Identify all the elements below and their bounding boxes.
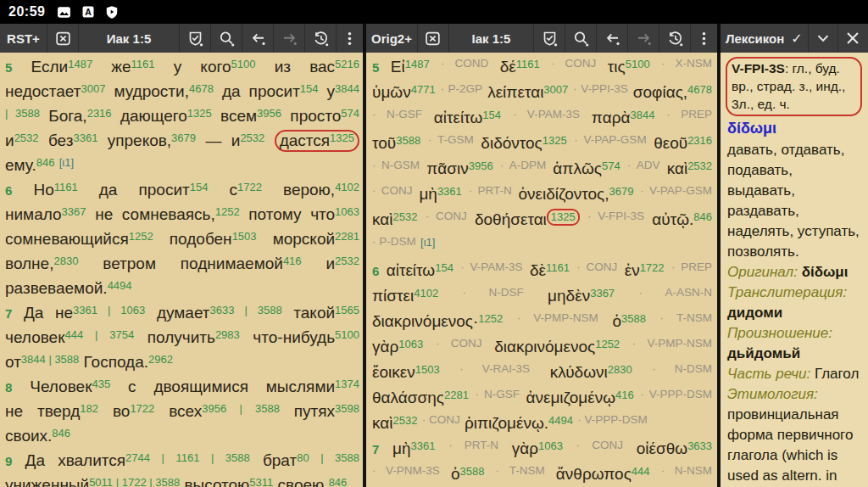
- word[interactable]: οἰέσθω: [637, 439, 687, 457]
- word-token[interactable]: Человек435: [30, 378, 110, 395]
- word[interactable]: λείπεται: [487, 83, 543, 101]
- word-token[interactable]: дастся1325: [275, 130, 359, 152]
- word[interactable]: μὴ: [392, 439, 411, 457]
- word[interactable]: ἐν: [625, 261, 640, 279]
- forward-button[interactable]: [628, 24, 659, 53]
- strongs-number[interactable]: 846: [693, 210, 712, 223]
- word-token[interactable]: нимало3367: [5, 205, 86, 223]
- word[interactable]: просто: [290, 107, 341, 125]
- strongs-number[interactable]: 1161: [131, 58, 155, 70]
- word-token[interactable]: не сомневаясь,1252: [95, 205, 239, 223]
- history-button[interactable]: [305, 24, 337, 53]
- lexicon-panel[interactable]: V-FPI-3S: гл., буд. вр., страд. з., инд.…: [721, 53, 868, 487]
- word-token[interactable]: ветром поднимаемой416: [103, 255, 301, 272]
- word[interactable]: у: [327, 82, 336, 100]
- word[interactable]: униженный: [5, 476, 89, 487]
- word[interactable]: такой: [293, 304, 335, 322]
- morphology-code[interactable]: · CONJ: [576, 439, 623, 451]
- word-token[interactable]: ἐν1722: [625, 261, 665, 279]
- word-token[interactable]: ἄνθρωπος444: [556, 465, 650, 483]
- word-token[interactable]: да просит154: [222, 82, 319, 100]
- word[interactable]: верою,: [283, 181, 335, 199]
- strongs-number[interactable]: 574: [602, 160, 620, 172]
- strongs-number[interactable]: 5100: [231, 58, 256, 70]
- morphology-code[interactable]: · V-PAM-3S: [460, 260, 522, 273]
- verse-number[interactable]: 9: [5, 454, 12, 468]
- word-token[interactable]: κλύδωνι2830: [550, 363, 632, 381]
- bible-panel-rst[interactable]: 5 Если1487 же1161 у кого5100 из вас5216 …: [0, 53, 363, 487]
- word-token[interactable]: да просит154: [99, 181, 209, 199]
- word[interactable]: αὐτῷ.: [652, 210, 693, 228]
- strongs-number[interactable]: 1503: [232, 230, 257, 243]
- word[interactable]: думает: [157, 304, 210, 322]
- word-token[interactable]: волне,2830: [5, 255, 78, 272]
- bible-panel-orig[interactable]: 5 Εἰ1487 · COND δέ1161 · CONJ τις5100 · …: [366, 53, 717, 487]
- strongs-number[interactable]: 1063: [335, 205, 359, 218]
- strongs-number[interactable]: 3598: [335, 402, 359, 415]
- word[interactable]: πᾶσιν: [426, 160, 469, 177]
- word[interactable]: Человек: [30, 378, 92, 395]
- word[interactable]: Господа.: [84, 353, 148, 371]
- word-token[interactable]: πίστει4102: [372, 287, 438, 305]
- strongs-number[interactable]: 846: [36, 156, 55, 169]
- strongs-number[interactable]: 1565: [335, 304, 359, 316]
- strongs-number[interactable]: 1325: [547, 209, 580, 226]
- strongs-number[interactable]: 3361 | 1063: [73, 304, 145, 316]
- word-token[interactable]: μηδὲν3367: [548, 287, 615, 305]
- word[interactable]: что-нибудь: [253, 328, 335, 346]
- word[interactable]: от: [5, 353, 21, 371]
- morphology-code[interactable]: · CONJ: [436, 337, 481, 350]
- word[interactable]: своих.: [5, 427, 52, 445]
- strongs-number[interactable]: 182: [80, 402, 98, 415]
- morphology-code[interactable]: · X-NSM: [661, 57, 712, 70]
- word-token[interactable]: во1722: [113, 402, 154, 420]
- morphology-code[interactable]: · V-PAP-GSM: [640, 184, 712, 197]
- word[interactable]: παρὰ: [592, 109, 631, 126]
- footnote-marker[interactable]: [ι1]: [420, 236, 435, 249]
- word-token[interactable]: у3844: [327, 82, 359, 100]
- word-token[interactable]: τις5100: [608, 58, 650, 76]
- strongs-number[interactable]: 416: [283, 255, 302, 267]
- strongs-number[interactable]: 2830: [608, 363, 632, 376]
- word-token[interactable]: πᾶσιν3956: [426, 160, 492, 177]
- module-selector-orig[interactable]: Orig2+: [366, 24, 418, 53]
- lexicon-selector[interactable]: Лексикон ✓: [721, 24, 809, 53]
- word[interactable]: и: [5, 132, 14, 149]
- morphology-code[interactable]: · PREP: [666, 108, 712, 120]
- word-token[interactable]: высотою5311: [184, 476, 273, 487]
- strongs-number[interactable]: 2830: [53, 255, 78, 267]
- strongs-number[interactable]: 3633 | 3588: [210, 304, 282, 316]
- word-token[interactable]: упреков,3679: [108, 132, 196, 149]
- word[interactable]: ему.: [5, 156, 36, 174]
- word-token[interactable]: θαλάσσης2281: [372, 389, 469, 406]
- word[interactable]: διακρινόμενος·: [372, 312, 478, 330]
- strongs-number[interactable]: 1161: [546, 261, 570, 274]
- word-token[interactable]: παρὰ3844: [592, 109, 655, 126]
- strongs-number[interactable]: 2532: [392, 414, 417, 427]
- morphology-code[interactable]: · N-DSF: [462, 286, 523, 299]
- morphology-code[interactable]: · V-PAM-3S: [513, 108, 580, 120]
- word-token[interactable]: от3844 | 3588: [5, 353, 79, 371]
- strongs-number[interactable]: 4494: [108, 279, 132, 292]
- history-button[interactable]: [659, 24, 691, 53]
- strongs-number[interactable]: 5100: [335, 328, 359, 341]
- strongs-number[interactable]: 574: [341, 107, 359, 120]
- morphology-code[interactable]: · P-2GP: [441, 82, 483, 95]
- strongs-number[interactable]: 154: [190, 181, 209, 193]
- close-window-button[interactable]: [47, 24, 79, 53]
- strongs-number[interactable]: 4102: [335, 181, 359, 193]
- word[interactable]: ἀνεμιζομένῳ: [526, 389, 615, 406]
- strongs-number[interactable]: 4678: [189, 82, 214, 95]
- select-verses-button[interactable]: [534, 24, 565, 53]
- morphology-code[interactable]: · T-NSM: [496, 464, 545, 477]
- word-token[interactable]: ἔοικεν1503: [372, 363, 440, 381]
- forward-button[interactable]: [274, 24, 305, 53]
- word[interactable]: развеваемой.: [5, 279, 108, 297]
- verse-number[interactable]: 7: [372, 442, 379, 456]
- word[interactable]: упреков,: [108, 132, 171, 149]
- word-token[interactable]: такой1565: [293, 304, 359, 322]
- word[interactable]: путях: [294, 402, 335, 420]
- word[interactable]: не тверд: [5, 402, 80, 420]
- strongs-number[interactable]: 846: [329, 476, 348, 487]
- strongs-number[interactable]: 3007: [543, 83, 568, 96]
